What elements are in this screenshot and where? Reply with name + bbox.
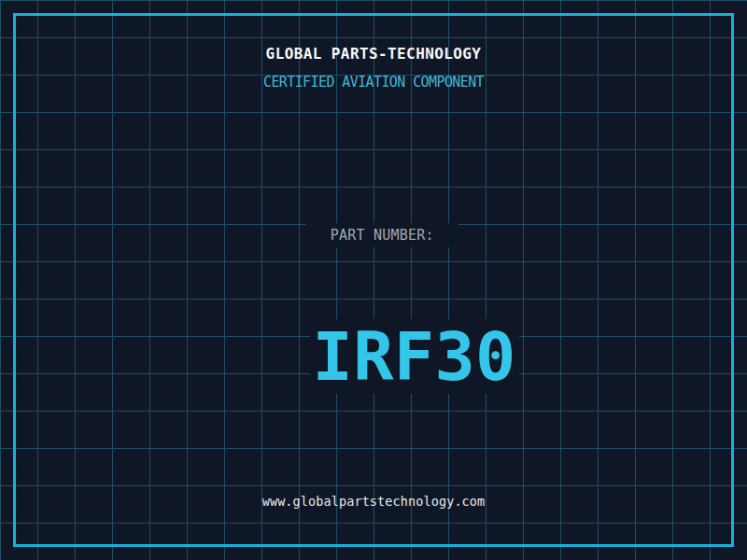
part-number-value: IRF30 (310, 319, 519, 394)
company-name: GLOBAL PARTS-TECHNOLOGY (0, 43, 747, 65)
part-number-label-row: PART NUMBER: (0, 202, 747, 246)
website-url: www.globalpartstechnology.com (0, 490, 747, 512)
certification-line: CERTIFIED AVIATION COMPONENT (0, 71, 747, 93)
part-number-row: IRF30 (0, 245, 747, 394)
